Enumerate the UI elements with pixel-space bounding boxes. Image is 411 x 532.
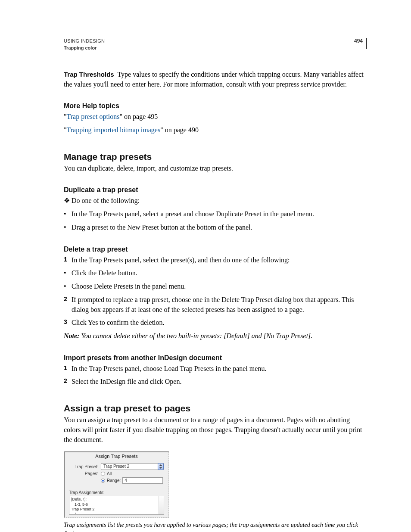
step-number: 2	[64, 377, 70, 386]
more-help-heading: More Help topics	[64, 102, 367, 110]
list-item: 1 In the Trap Presets panel, choose Load…	[64, 364, 367, 374]
import-list: 1 In the Trap Presets panel, choose Load…	[64, 364, 367, 387]
xref-trap-preset-options[interactable]: Trap preset options	[67, 113, 120, 120]
row-trap-preset: Trap Preset: Trap Preset 2	[69, 463, 164, 470]
page-header: USING INDESIGN Trapping color 494	[64, 38, 367, 52]
list-item: 2 If prompted to replace a trap preset, …	[64, 295, 367, 314]
list-item: Trap Preset 2:	[71, 507, 162, 512]
duplicate-list: ❖ Do one of the following: • In the Trap…	[64, 196, 367, 232]
note-label: Note:	[64, 332, 79, 339]
list-text: In the Trap Presets panel, choose Load T…	[72, 365, 266, 372]
trap-preset-value: Trap Preset 2	[103, 464, 129, 469]
product-name: USING INDESIGN	[64, 38, 105, 45]
step-number: 3	[64, 318, 70, 327]
step-number: 1	[64, 255, 70, 264]
list-item-pages: 1-3, 5-6	[71, 502, 162, 507]
trap-assignments-label: Trap Assignments:	[65, 488, 168, 496]
row-range: Range: 4	[69, 477, 164, 484]
delete-note: Note: You cannot delete either of the tw…	[64, 331, 367, 341]
xref-line-1: "Trap preset options" on page 495	[64, 112, 367, 122]
pages-range-radio[interactable]	[101, 479, 105, 483]
import-heading: Import presets from another InDesign doc…	[64, 354, 367, 362]
list-item: 1 In the Trap Presets panel, select the …	[64, 255, 367, 265]
note-text: You cannot delete either of the two buil…	[79, 332, 312, 339]
trap-preset-select[interactable]: Trap Preset 2	[101, 463, 164, 470]
list-item: • In the Trap Presets panel, select a pr…	[64, 209, 367, 219]
scrollbar[interactable]	[159, 496, 164, 514]
assign-trap-presets-dialog: Assign Trap Presets Trap Preset: Trap Pr…	[64, 451, 169, 518]
content: Trap Thresholds Type values to specify t…	[64, 70, 367, 532]
delete-heading: Delete a trap preset	[64, 246, 367, 253]
list-text: If prompted to replace a trap preset, ch…	[72, 296, 354, 313]
assign-body: You can assign a trap preset to a docume…	[64, 415, 367, 445]
dropdown-arrow-icon	[158, 463, 164, 470]
xref-line-2: "Trapping imported bitmap images" on pag…	[64, 125, 367, 135]
list-item: ❖ Do one of the following:	[64, 196, 367, 206]
list-item-pages: 4	[71, 512, 162, 515]
pages-all-radio[interactable]	[101, 472, 105, 476]
bullet-icon: •	[64, 223, 70, 233]
list-text: Drag a preset to the New Preset button a…	[72, 224, 252, 231]
delete-list: 1 In the Trap Presets panel, select the …	[64, 255, 367, 328]
pages-label: Pages:	[69, 471, 101, 476]
list-text: Do one of the following:	[72, 197, 140, 204]
xref-suffix-2: on page 490	[163, 126, 199, 134]
pages-all-label: All	[107, 471, 112, 476]
bullet-icon: •	[64, 282, 70, 292]
list-item: • Choose Delete Presets in the panel men…	[64, 282, 367, 292]
diamond-bullet-icon: ❖	[64, 196, 70, 206]
assign-heading: Assign a trap preset to pages	[64, 403, 367, 414]
range-input[interactable]: 4	[122, 477, 163, 484]
bullet-icon: •	[64, 209, 70, 219]
list-text: Choose Delete Presets in the panel menu.	[72, 283, 186, 290]
header-left: USING INDESIGN Trapping color	[64, 38, 105, 52]
step-number: 2	[64, 295, 70, 304]
step-number: 1	[64, 364, 70, 373]
bullet-icon: •	[64, 268, 70, 278]
list-item: 2 Select the InDesign file and click Ope…	[64, 377, 367, 387]
range-label: Range:	[107, 478, 121, 483]
trap-preset-label: Trap Preset:	[69, 464, 101, 469]
dialog-form: Trap Preset: Trap Preset 2 Pages: All Ra…	[65, 460, 168, 488]
manage-body: You can duplicate, delete, import, and c…	[64, 164, 367, 174]
xref-suffix-1: on page 495	[122, 113, 158, 120]
list-item: [Default]:	[71, 497, 162, 502]
list-text: Click Yes to confirm the deletion.	[72, 319, 165, 326]
list-text: Click the Delete button.	[72, 269, 137, 277]
page-number: 494	[354, 38, 367, 49]
chapter-name: Trapping color	[64, 45, 105, 52]
manage-heading: Manage trap presets	[64, 152, 367, 162]
duplicate-heading: Duplicate a trap preset	[64, 186, 367, 194]
xref-trapping-bitmap[interactable]: Trapping imported bitmap images	[67, 126, 161, 134]
page: USING INDESIGN Trapping color 494 Trap T…	[0, 0, 411, 532]
list-item: • Drag a preset to the New Preset button…	[64, 223, 367, 233]
dialog-title: Assign Trap Presets	[65, 452, 168, 460]
row-pages: Pages: All	[69, 471, 164, 476]
trap-thresholds-para: Trap Thresholds Type values to specify t…	[64, 70, 367, 89]
run-in-heading: Trap Thresholds	[64, 71, 114, 78]
list-text: Select the InDesign file and click Open.	[72, 378, 181, 385]
list-item: 3 Click Yes to confirm the deletion.	[64, 318, 367, 328]
list-text: In the Trap Presets panel, select the pr…	[72, 256, 290, 264]
trap-assignments-list[interactable]: [Default]: 1-3, 5-6 Trap Preset 2: 4	[69, 496, 164, 515]
figure-caption: Trap assignments list the presets you ha…	[64, 521, 367, 532]
list-text: In the Trap Presets panel, select a pres…	[72, 210, 314, 218]
list-item: • Click the Delete button.	[64, 268, 367, 278]
